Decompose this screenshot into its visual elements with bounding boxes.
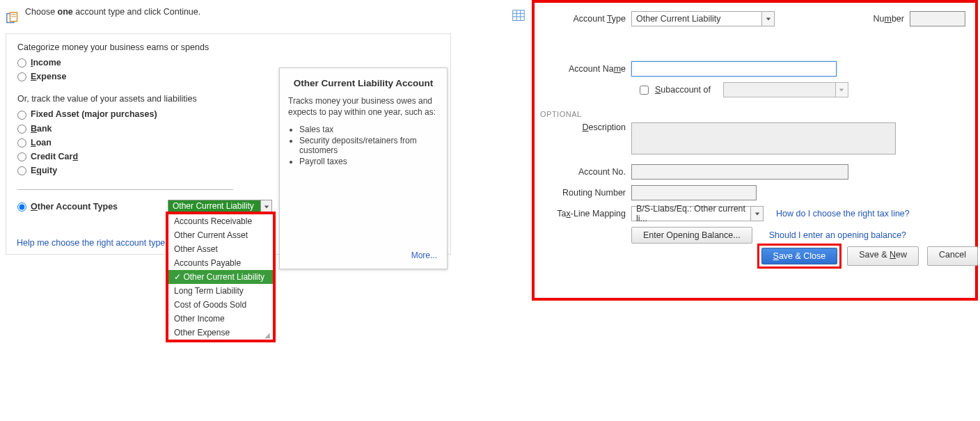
routing-no-input[interactable]	[631, 185, 757, 200]
svg-marker-4	[264, 206, 268, 209]
list-item[interactable]: Long Term Liability	[168, 284, 273, 298]
categorize-label: Categorize money your business earns or …	[17, 42, 443, 52]
label-routing-no: Routing Number	[544, 188, 631, 198]
svg-marker-11	[839, 88, 844, 91]
label-description: Description	[544, 122, 631, 132]
radio-fixed-asset[interactable]	[17, 111, 26, 120]
list-item[interactable]: Cost of Goods Sold	[168, 298, 273, 312]
svg-rect-1	[10, 13, 17, 22]
radio-loan[interactable]	[17, 138, 26, 148]
balance-help-link[interactable]: Should I enter an opening balance?	[769, 230, 906, 240]
radio-equity[interactable]	[17, 166, 26, 175]
list-item[interactable]: Other Expense	[168, 326, 273, 340]
save-close-button[interactable]: Save & Close	[761, 248, 838, 264]
help-choose-link[interactable]: Help me choose the right account type	[17, 238, 165, 248]
svg-marker-10	[766, 17, 770, 20]
label-other-types: Other Account Types	[31, 202, 118, 212]
divider	[17, 189, 233, 190]
cancel-button-right[interactable]: Cancel	[927, 246, 978, 266]
label-number: Number	[874, 14, 910, 24]
other-types-combo[interactable]: Other Current Liability	[168, 200, 272, 214]
list-item[interactable]: Other Income	[168, 312, 273, 326]
chevron-down-icon	[835, 83, 848, 97]
number-input[interactable]	[910, 11, 965, 26]
spreadsheet-icon	[511, 8, 526, 24]
label-income: Income	[31, 58, 61, 67]
label-credit-card: Credit Card	[31, 152, 78, 161]
radio-other-types[interactable]	[17, 202, 26, 212]
label-loan: Loan	[31, 138, 52, 148]
account-name-input[interactable]	[631, 61, 837, 77]
label-account-no: Account No.	[544, 167, 631, 177]
account-no-input[interactable]	[631, 164, 848, 180]
more-link[interactable]: More...	[411, 251, 437, 260]
radio-income[interactable]	[17, 58, 26, 67]
label-bank: Bank	[31, 124, 52, 134]
label-expense: Expense	[31, 72, 66, 81]
label-fixed-asset: Fixed Asset (major purchases)	[31, 109, 157, 119]
label-subaccount: Subaccount of	[655, 85, 711, 95]
chevron-down-icon	[260, 200, 271, 213]
list-item[interactable]: Other Asset	[168, 242, 273, 256]
info-desc: Tracks money your business owes and expe…	[288, 95, 438, 118]
label-account-name: Account Name	[544, 64, 631, 74]
label-tax-line: Tax-Line Mapping	[544, 209, 631, 219]
chevron-down-icon	[761, 12, 774, 26]
svg-marker-12	[754, 212, 759, 215]
enter-opening-balance-button[interactable]: Enter Opening Balance...	[631, 227, 752, 244]
spreadsheet-icon	[6, 11, 21, 26]
other-types-dropdown[interactable]: Accounts Receivable Other Current Asset …	[168, 214, 274, 340]
label-account-type: Account Type	[544, 14, 631, 24]
optional-label: OPTIONAL	[540, 110, 965, 118]
list-item-selected[interactable]: ✓ Other Current Liability	[168, 270, 273, 284]
info-title: Other Current Liability Account	[288, 78, 438, 88]
tax-line-combo[interactable]: B/S-Liabs/Eq.: Other current li...	[631, 206, 764, 221]
tax-help-link[interactable]: How do I choose the right tax line?	[776, 209, 910, 219]
list-item[interactable]: Other Current Asset	[168, 228, 273, 242]
radio-credit-card[interactable]	[17, 152, 26, 161]
list-item[interactable]: Accounts Payable	[168, 256, 273, 270]
description-textarea[interactable]	[631, 122, 896, 154]
list-item[interactable]: Accounts Receivable	[168, 214, 273, 228]
chevron-down-icon	[750, 207, 763, 221]
svg-rect-5	[513, 10, 525, 21]
save-new-button[interactable]: Save & New	[847, 246, 919, 266]
subaccount-checkbox[interactable]	[640, 86, 649, 95]
info-panel: Other Current Liability Account Tracks m…	[279, 67, 448, 269]
info-list: Sales tax Security deposits/retainers fr…	[299, 125, 438, 166]
radio-bank[interactable]	[17, 125, 26, 134]
instruction-text: Choose one account type and click Contin…	[25, 7, 200, 17]
radio-expense[interactable]	[17, 72, 26, 81]
subaccount-combo[interactable]	[723, 82, 848, 97]
label-equity: Equity	[31, 166, 57, 175]
account-type-combo[interactable]: Other Current Liability	[631, 11, 775, 26]
